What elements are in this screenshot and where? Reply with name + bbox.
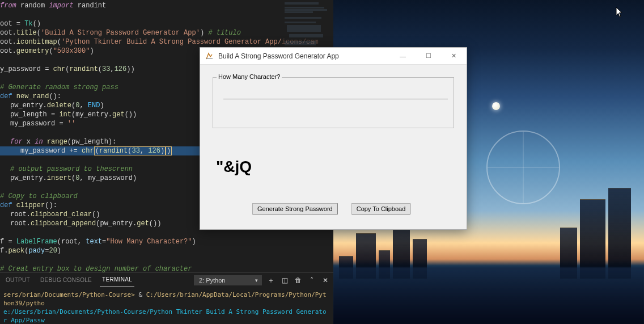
tab-output[interactable]: OUTPUT <box>3 273 32 287</box>
moon-decor <box>492 102 500 110</box>
panel-tabs: OUTPUT DEBUG CONSOLE TERMINAL 2: Python … <box>0 272 333 287</box>
new-terminal-icon[interactable]: ＋ <box>266 276 276 285</box>
chevron-down-icon: ▾ <box>255 276 258 285</box>
app-icon <box>205 52 214 61</box>
kill-terminal-icon[interactable]: 🗑 <box>294 276 303 285</box>
window-title: Build A Strong Password Generator App <box>218 52 390 60</box>
terminal[interactable]: sers/brian/Documents/Python-Course> & C:… <box>0 287 333 324</box>
maximize-button[interactable]: ☐ <box>416 48 441 64</box>
titlebar[interactable]: Build A Strong Password Generator App — … <box>200 48 467 65</box>
close-panel-icon[interactable]: ✕ <box>321 276 330 285</box>
minimize-button[interactable]: — <box>390 48 416 64</box>
terminal-select[interactable]: 2: Python ▾ <box>194 275 262 285</box>
label-frame-label: How Many Character? <box>217 73 282 80</box>
maximize-panel-icon[interactable]: ˄ <box>307 276 316 285</box>
password-output: "&jQ <box>216 158 454 176</box>
tab-terminal[interactable]: TERMINAL <box>100 273 134 287</box>
split-terminal-icon[interactable]: ◫ <box>280 276 289 285</box>
close-button[interactable]: ✕ <box>441 48 467 64</box>
copy-button[interactable]: Copy To Clipboad <box>351 203 411 214</box>
terminal-select-label: 2: Python <box>199 276 225 285</box>
svg-rect-0 <box>206 58 213 59</box>
label-frame: How Many Character? <box>213 77 454 128</box>
tkinter-app-window: Build A Strong Password Generator App — … <box>200 47 467 230</box>
generate-button[interactable]: Generate Strong Password <box>252 203 338 214</box>
water-reflection-decor <box>333 267 644 324</box>
char-count-input[interactable] <box>223 90 448 99</box>
tab-debug-console[interactable]: DEBUG CONSOLE <box>38 273 94 287</box>
